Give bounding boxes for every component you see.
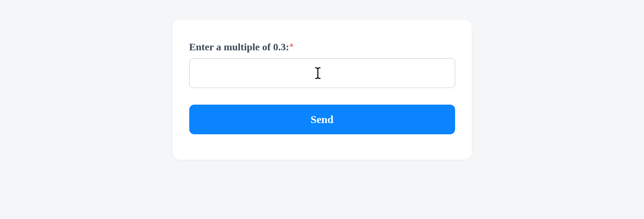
multiple-input[interactable] — [189, 58, 455, 88]
send-button[interactable]: Send — [189, 105, 455, 134]
form-card: Enter a multiple of 0.3:* Send — [173, 20, 472, 160]
input-wrapper — [189, 58, 455, 88]
required-asterisk: * — [290, 41, 294, 52]
input-label: Enter a multiple of 0.3:* — [189, 40, 455, 54]
label-text: Enter a multiple of 0.3: — [189, 41, 289, 52]
